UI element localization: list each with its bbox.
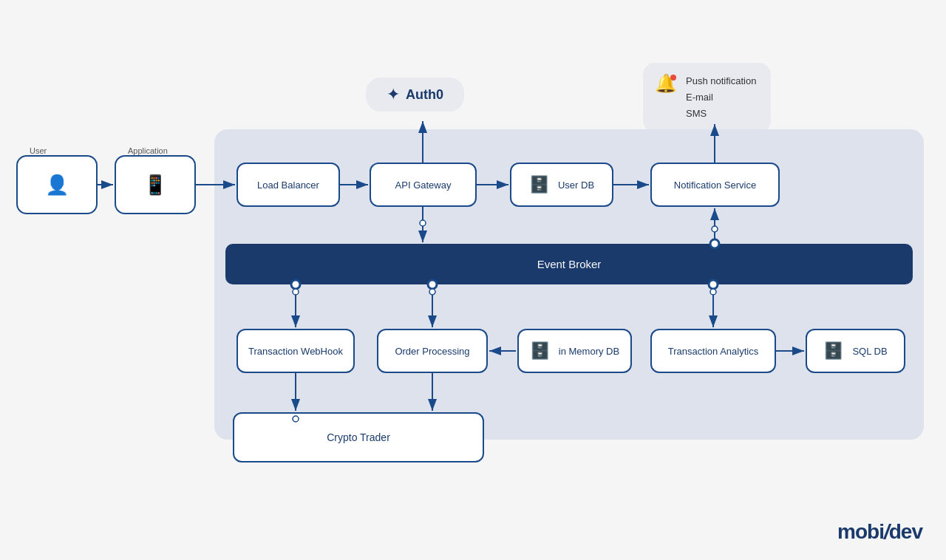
event-broker-bar: Event Broker <box>225 244 913 284</box>
diagram-area: ✦ Auth0 🔔 Push notification E-mail SMS U… <box>0 0 946 560</box>
mobidev-logo: mobi/dev <box>837 520 922 544</box>
user-label: User <box>27 146 50 155</box>
bell-icon: 🔔 <box>655 73 677 94</box>
in-memory-db-content: 🗄️ in Memory DB <box>530 341 619 361</box>
event-broker-label: Event Broker <box>537 258 602 270</box>
mobile-icon: 📱 <box>143 174 167 197</box>
bell-dot <box>670 75 676 81</box>
transaction-webhook-box: Transaction WebHook <box>236 329 355 373</box>
user-db-content: 🗄️ User DB <box>529 175 594 194</box>
order-processing-label: Order Processing <box>395 346 469 357</box>
email-text: E-mail <box>686 89 756 106</box>
crypto-trader-box: Crypto Trader <box>233 412 484 462</box>
sql-db-content: 🗄️ SQL DB <box>823 341 887 361</box>
logo-slash: / <box>884 520 889 543</box>
load-balancer-label: Load Balancer <box>257 180 319 191</box>
notification-details: Push notification E-mail SMS <box>686 73 756 122</box>
auth0-label: Auth0 <box>406 87 443 103</box>
user-db-label: User DB <box>558 180 594 191</box>
sql-db-label: SQL DB <box>852 346 887 357</box>
transaction-webhook-label: Transaction WebHook <box>248 346 343 357</box>
transaction-analytics-label: Transaction Analytics <box>668 346 758 357</box>
load-balancer-box: Load Balancer <box>236 163 340 207</box>
application-label: Application <box>125 146 171 155</box>
auth0-star-icon: ✦ <box>387 85 400 104</box>
order-processing-box: Order Processing <box>377 329 488 373</box>
in-memory-db-box: 🗄️ in Memory DB <box>517 329 632 373</box>
user-box: User 👤 <box>16 155 98 214</box>
user-db-box: 🗄️ User DB <box>510 163 613 207</box>
crypto-trader-label: Crypto Trader <box>327 431 390 443</box>
logo-text: mobi/dev <box>837 520 922 543</box>
transaction-analytics-box: Transaction Analytics <box>650 329 776 373</box>
api-gateway-box: API Gateway <box>370 163 477 207</box>
push-notification-text: Push notification <box>686 73 756 89</box>
application-box: Application 📱 <box>115 155 196 214</box>
notification-service-box: Notification Service <box>650 163 780 207</box>
api-gateway-label: API Gateway <box>395 180 452 191</box>
in-memory-db-icon: 🗄️ <box>530 341 550 361</box>
sql-db-icon: 🗄️ <box>823 341 843 361</box>
in-memory-db-label: in Memory DB <box>559 346 619 357</box>
user-db-icon: 🗄️ <box>529 175 549 194</box>
sms-text: SMS <box>686 106 756 122</box>
notification-info-box: 🔔 Push notification E-mail SMS <box>643 63 771 132</box>
notification-service-label: Notification Service <box>674 180 756 191</box>
sql-db-box: 🗄️ SQL DB <box>806 329 905 373</box>
user-icon: 👤 <box>45 174 69 197</box>
auth0-box: ✦ Auth0 <box>366 78 464 112</box>
